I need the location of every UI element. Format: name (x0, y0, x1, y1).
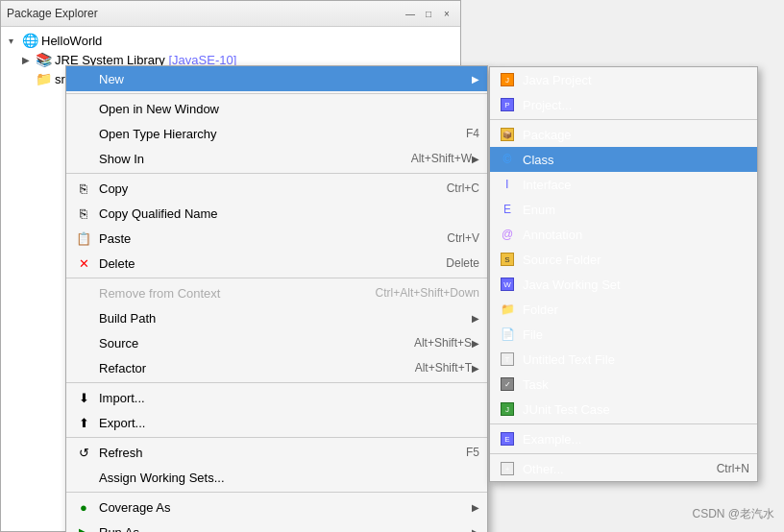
sub-label: Java Project (523, 73, 749, 87)
menu-separator-6 (66, 492, 487, 493)
submenu-item-java-working-set[interactable]: W Java Working Set (490, 272, 757, 297)
menu-item-refactor[interactable]: Refactor Alt+Shift+T ▶ (66, 355, 487, 380)
project-icon: P (498, 95, 517, 114)
sub-separator-2 (490, 453, 757, 454)
sub-label: Java Working Set (523, 278, 749, 292)
menu-shortcut: Ctrl+V (447, 231, 479, 245)
copy-qualified-icon: ⎘ (74, 204, 93, 223)
submenu-item-untitled-text-file[interactable]: T Untitled Text File (490, 347, 757, 372)
menu-label: Show In (99, 152, 392, 166)
menu-separator-3 (66, 278, 487, 278)
close-icon[interactable]: × (439, 6, 454, 21)
new-icon (74, 69, 93, 88)
folder-icon: 📁 (498, 300, 517, 319)
minimize-icon[interactable]: — (403, 6, 418, 21)
menu-item-source[interactable]: Source Alt+Shift+S ▶ (66, 330, 487, 355)
menu-separator-4 (66, 382, 487, 383)
submenu-arrow: ▶ (472, 74, 479, 85)
sub-label: Annotation (523, 228, 749, 242)
watermark: CSDN @老汽水 (692, 506, 774, 522)
menu-item-delete[interactable]: ✕ Delete Delete (66, 251, 487, 276)
menu-separator-2 (66, 173, 487, 174)
tree-item-helloworld[interactable]: ▾ 🌐 HelloWorld (1, 31, 460, 50)
tree-item-label: HelloWorld (41, 34, 102, 48)
junit-test-case-icon: J (498, 399, 517, 419)
submenu-item-example[interactable]: E Example... (490, 426, 757, 451)
submenu-item-package[interactable]: 📦 Package (490, 122, 757, 147)
menu-shortcut: F5 (466, 446, 479, 459)
menu-item-refresh[interactable]: ↺ Refresh F5 (66, 440, 487, 465)
src-folder-icon: 📁 (36, 71, 52, 86)
sub-label: Folder (523, 302, 749, 317)
delete-icon: ✕ (74, 254, 93, 273)
sub-label: Example... (523, 432, 749, 447)
submenu-item-other[interactable]: + Other... Ctrl+N (490, 456, 757, 481)
sub-label: Project... (523, 98, 749, 112)
export-icon: ⬆ (74, 413, 93, 432)
submenu-item-class[interactable]: © Class (490, 147, 757, 172)
menu-item-build-path[interactable]: Build Path ▶ (66, 305, 487, 330)
enum-icon: E (498, 200, 517, 219)
submenu-item-enum[interactable]: E Enum (490, 197, 757, 222)
menu-item-assign-working-sets[interactable]: Assign Working Sets... (66, 465, 487, 490)
annotation-icon: @ (498, 225, 517, 244)
menu-item-new[interactable]: New ▶ J Java Project P Project... 📦 Pack… (66, 66, 487, 91)
menu-shortcut: Alt+Shift+T (415, 361, 472, 375)
menu-label: Import... (99, 391, 479, 405)
java-project-icon: J (498, 70, 517, 89)
task-icon: ✓ (498, 375, 517, 394)
submenu-item-project[interactable]: P Project... (490, 92, 757, 117)
menu-item-copy[interactable]: ⎘ Copy Ctrl+C (66, 176, 487, 201)
menu-label: Paste (99, 231, 428, 246)
menu-label: Run As (99, 525, 472, 533)
sub-label: JUnit Test Case (523, 402, 749, 417)
submenu-item-task[interactable]: ✓ Task (490, 372, 757, 397)
submenu-item-folder[interactable]: 📁 Folder (490, 297, 757, 322)
source-folder-icon: S (498, 250, 517, 269)
menu-shortcut: Delete (446, 256, 479, 270)
sub-label: Source Folder (523, 253, 749, 267)
menu-item-coverage-as[interactable]: ● Coverage As ▶ (66, 495, 487, 520)
menu-item-paste[interactable]: 📋 Paste Ctrl+V (66, 226, 487, 251)
jre-icon: 📚 (36, 52, 52, 67)
submenu-item-interface[interactable]: Ⅰ Interface (490, 172, 757, 197)
submenu-arrow: ▶ (472, 527, 479, 533)
menu-item-copy-qualified[interactable]: ⎘ Copy Qualified Name (66, 201, 487, 226)
menu-item-open-window[interactable]: Open in New Window (66, 96, 487, 121)
menu-label: Refresh (99, 446, 447, 460)
sub-separator (490, 423, 757, 424)
submenu-item-java-project[interactable]: J Java Project (490, 67, 757, 92)
menu-label: New (99, 72, 472, 86)
menu-shortcut: Alt+Shift+W (411, 152, 472, 165)
menu-item-export[interactable]: ⬆ Export... (66, 410, 487, 435)
panel-title: Package Explorer (7, 7, 399, 20)
untitled-text-file-icon: T (498, 350, 517, 369)
menu-label: Remove from Context (99, 286, 356, 301)
panel-header: Package Explorer — □ × (1, 1, 460, 27)
show-in-icon (74, 149, 93, 168)
submenu-item-annotation[interactable]: @ Annotation (490, 222, 757, 247)
menu-item-show-in[interactable]: Show In Alt+Shift+W ▶ (66, 146, 487, 171)
menu-item-remove-context[interactable]: Remove from Context Ctrl+Alt+Shift+Down (66, 280, 487, 305)
submenu-arrow: ▶ (472, 154, 479, 164)
menu-item-run-as[interactable]: ▶ Run As ▶ (66, 520, 487, 532)
submenu-item-source-folder[interactable]: S Source Folder (490, 247, 757, 272)
menu-label: Source (99, 336, 395, 351)
menu-item-open-hierarchy[interactable]: Open Type Hierarchy F4 (66, 121, 487, 146)
submenu-item-junit-test-case[interactable]: J JUnit Test Case (490, 397, 757, 422)
menu-label: Coverage As (99, 500, 472, 515)
menu-shortcut: Ctrl+Alt+Shift+Down (376, 286, 479, 300)
submenu-item-file[interactable]: 📄 File (490, 322, 757, 347)
submenu-arrow: ▶ (472, 502, 479, 513)
maximize-icon[interactable]: □ (421, 6, 436, 21)
menu-label: Export... (99, 416, 479, 430)
menu-shortcut: F4 (466, 127, 479, 140)
refresh-icon: ↺ (74, 443, 93, 462)
package-icon: 📦 (498, 125, 517, 144)
menu-separator-1 (66, 93, 487, 94)
project-icon: 🌐 (22, 33, 38, 48)
menu-item-import[interactable]: ⬇ Import... (66, 385, 487, 410)
sub-label: Untitled Text File (523, 352, 749, 367)
coverage-icon: ● (74, 497, 93, 517)
paste-icon: 📋 (74, 229, 93, 248)
